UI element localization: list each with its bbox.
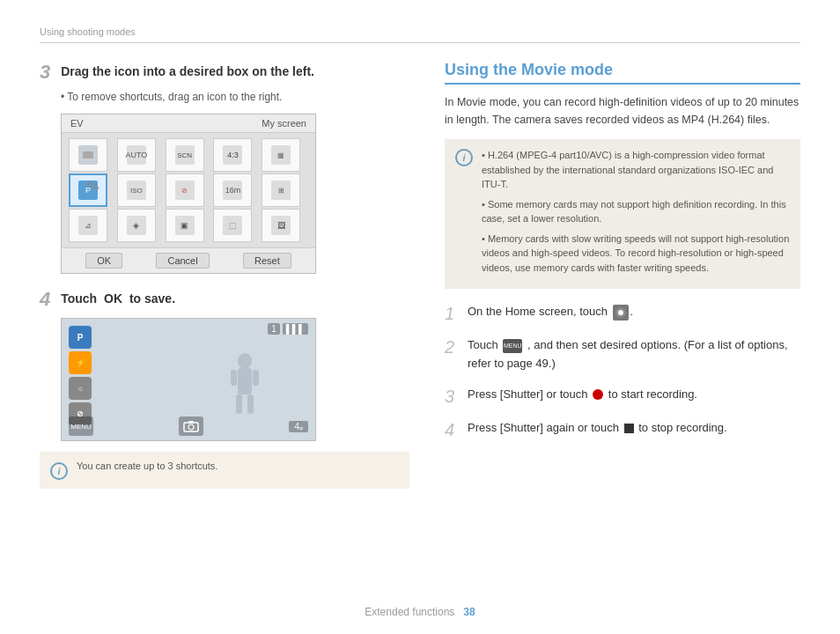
info-icon: i	[50, 462, 68, 480]
right-step-2-text: Touch MENU , and then set desired option…	[468, 336, 800, 373]
right-step-1-text: On the Home screen, touch .	[468, 303, 633, 321]
cell-3-3: ▣	[166, 209, 204, 242]
step3-text: Drag the icon into a desired box on the …	[61, 64, 314, 78]
cell-3-5: 🖼	[262, 209, 300, 242]
icon-timer: ☼	[69, 377, 92, 400]
right-step-1: 1 On the Home screen, touch .	[445, 303, 800, 324]
menu-icon: MENU	[503, 339, 522, 353]
signal-icon: ▌▌▌	[283, 323, 308, 335]
svg-point-8	[188, 424, 194, 430]
right-step-4-text: Press [Shutter] again or touch to stop r…	[468, 419, 727, 438]
right-step-3-num: 3	[445, 386, 462, 407]
grid-row-1: AUTO SCN 4:3 ▦	[69, 138, 308, 172]
cell-3-2: ◈	[117, 209, 156, 242]
right-step-2: 2 Touch MENU , and then set desired opti…	[445, 336, 800, 373]
note-item-2: Some memory cards may not support high d…	[482, 197, 790, 226]
svg-rect-5	[231, 370, 237, 386]
section-title: Using the Movie mode	[445, 61, 800, 85]
camera-bottom-bar: MENU 4ᵩ	[69, 417, 308, 436]
svg-point-1	[238, 353, 252, 369]
cell-2-4: 16m	[213, 173, 252, 207]
photo-mode-icon	[179, 417, 203, 436]
section-intro: In Movie mode, you can record high-defin…	[445, 93, 800, 129]
grid-row-2: P ✎ ISO ⊘ 16m ⊞	[69, 173, 308, 207]
zoom-indicator: 4ᵩ	[289, 421, 308, 432]
svg-rect-0	[83, 151, 93, 158]
note-item-1: H.264 (MPEG-4 part10/AVC) is a high-comp…	[482, 148, 790, 192]
cell-2-2: ISO	[117, 173, 156, 207]
page-number: 38	[463, 606, 475, 618]
record-circle-icon	[593, 389, 603, 400]
camera-preview: 1 ▌▌▌ P ⚡ ☼ ⊘	[61, 318, 316, 441]
cell-1-5: ▦	[262, 138, 300, 172]
step4-heading: 4 Touch OK to save.	[40, 288, 409, 311]
svg-rect-3	[236, 394, 242, 414]
ok-btn[interactable]: OK	[85, 253, 122, 269]
step3-num: 3	[40, 61, 50, 83]
right-column: Using the Movie mode In Movie mode, you …	[445, 61, 800, 489]
page: Using shooting modes 3 Drag the icon int…	[0, 0, 840, 634]
info-box: i You can create up to 3 shortcuts.	[40, 452, 409, 489]
cell-1-3: SCN	[166, 138, 204, 172]
home-screen-icon	[613, 305, 629, 321]
step1-main-text: On the Home screen, touch	[468, 305, 608, 318]
battery-icon: 1	[268, 323, 280, 335]
svg-rect-4	[247, 394, 254, 414]
step4-right-main-text: Press [Shutter] again or touch	[468, 421, 619, 434]
cell-1-2: AUTO	[117, 138, 156, 172]
reset-btn[interactable]: Reset	[243, 253, 291, 269]
camera-left-icons: P ⚡ ☼ ⊘	[69, 326, 92, 425]
step2-main-text: Touch	[468, 338, 498, 351]
step3-heading: 3 Drag the icon into a desired box on th…	[40, 61, 409, 84]
footer-label: Extended functions	[365, 606, 454, 618]
step4-extra-text: to stop recording.	[638, 421, 726, 434]
mode-p-icon: P	[69, 326, 92, 349]
svg-rect-9	[188, 421, 194, 424]
svg-rect-6	[253, 370, 259, 386]
screen-mockup: EV My screen AUTO SCN 4:3 ▦ P	[61, 114, 316, 274]
silhouette-icon	[227, 352, 262, 423]
step4-section: 4 Touch OK to save. 1 ▌▌▌ P ⚡ ☼ ⊘	[40, 288, 409, 489]
step4-num: 4	[40, 288, 50, 310]
screen-grid-area: AUTO SCN 4:3 ▦ P ✎ ISO ⊘ 1	[62, 133, 315, 247]
right-step-4-num: 4	[445, 419, 462, 440]
step3-right-main-text: Press [Shutter] or touch	[468, 387, 588, 401]
right-step-4: 4 Press [Shutter] again or touch to stop…	[445, 419, 800, 440]
step4-ok: OK	[104, 291, 122, 306]
info-text: You can create up to 3 shortcuts.	[77, 461, 217, 480]
left-column: 3 Drag the icon into a desired box on th…	[40, 61, 409, 489]
cell-1-4: 4:3	[213, 138, 252, 172]
step4-save: to save.	[129, 291, 175, 306]
camera-top-bar: 1 ▌▌▌	[268, 323, 308, 335]
right-step-3: 3 Press [Shutter] or touch to start reco…	[445, 386, 800, 407]
svg-point-11	[618, 310, 623, 315]
cancel-btn[interactable]: Cancel	[156, 253, 209, 269]
icon-lightning: ⚡	[69, 351, 92, 374]
page-footer: Extended functions 38	[0, 606, 840, 618]
right-step-2-num: 2	[445, 336, 462, 358]
cell-3-4: ⬚	[213, 209, 252, 242]
note-box: i H.264 (MPEG-4 part10/AVC) is a high-co…	[445, 139, 800, 289]
cell-2-5: ⊞	[262, 173, 300, 207]
cell-2-1: P ✎	[69, 173, 107, 207]
note-item-3: Memory cards with slow writing speeds wi…	[482, 232, 790, 276]
ev-label: EV	[70, 118, 84, 129]
grid-row-3: ⊿ ◈ ▣ ⬚ 🖼	[69, 209, 308, 242]
cell-2-3: ⊘	[166, 173, 204, 207]
menu-btn-icon: MENU	[69, 417, 93, 436]
note-content: H.264 (MPEG-4 part10/AVC) is a high-comp…	[482, 148, 790, 280]
cell-1-1	[69, 138, 107, 172]
myscreen-label: My screen	[262, 118, 306, 129]
screen-header: EV My screen	[62, 114, 315, 133]
note-list: H.264 (MPEG-4 part10/AVC) is a high-comp…	[482, 148, 790, 275]
right-step-1-num: 1	[445, 303, 462, 324]
right-step-3-text: Press [Shutter] or touch to start record…	[468, 386, 697, 404]
note-icon: i	[455, 149, 473, 166]
step3-extra-text: to start recording.	[608, 387, 697, 401]
step4-text: Touch	[61, 291, 97, 306]
screen-footer: OK Cancel Reset	[62, 247, 315, 273]
breadcrumb: Using shooting modes	[40, 26, 800, 43]
svg-rect-2	[238, 368, 252, 394]
step3-sub: To remove shortcuts, drag an icon to the…	[61, 91, 409, 103]
cell-3-1: ⊿	[69, 209, 107, 242]
